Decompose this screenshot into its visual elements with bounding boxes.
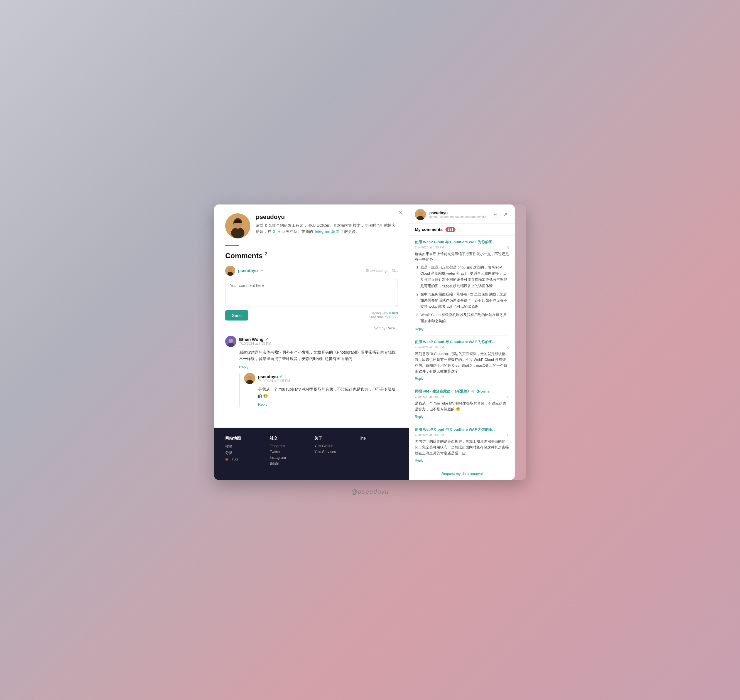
sort-bar: Sort by Rece... [225,326,398,330]
telegram-link[interactable]: Telegram 频道 [314,229,339,234]
close-button[interactable]: ✕ [397,209,404,217]
right-reply-btn-1[interactable]: Reply [415,377,423,381]
comments-count-badge: 281 [445,227,455,232]
profile-name: pseudoyu [256,213,398,221]
right-comment-title-1[interactable]: 使用 WebP Cloud 与 Cloudflare WAF 为你的图... [415,340,509,344]
comments-section: Comments 2 pseudoyu ↗ Show settings · Di… [214,251,409,428]
footer-col-about: 关于 Yu's GitHub Yu's Services [314,436,353,467]
comment-time: 7/10/2024 at 7:55 PM [239,342,398,346]
footer-extra-title: The [359,436,398,440]
footer-link-rss[interactable]: ▣ RSS [225,457,264,461]
profile-header: pseudoyu 后端 & 智能合约研发工程师，HKU ECICer。喜欢探索新… [214,204,409,245]
form-author-name: pseudoyu [238,268,258,273]
left-panel: pseudoyu 后端 & 智能合约研发工程师，HKU ECICer。喜欢探索新… [214,204,409,480]
footer-social-title: 社交 [270,436,309,441]
right-avatar [415,209,426,220]
avatar [225,213,250,238]
right-comment-time-3: 7/10/2024 at 8:56 PM 0 [415,433,509,437]
right-comment-title-3[interactable]: 使用 WebP Cloud 与 Cloudflare WAF 为你的图... [415,427,509,432]
reply-author-name: pseudoyu ✓ ↑ [258,374,398,379]
footer-col-title: 网站地图 [225,436,264,441]
svg-point-5 [228,268,232,272]
form-meta: Styling with Markd Subscribe by RSS · [369,311,398,319]
footer-col-social: 社交 Telegram Twitter Instagram BiliBili [270,436,309,467]
comment-item: Ethan Wong ✓ 7/10/2024 at 7:55 PM 感谢你赠送的… [225,336,398,407]
right-panel: pseudoyu github_1cb89d80a6a3c9ad0a8dd4c9… [409,204,515,480]
site-footer: 网站地图 标签 分类 ▣ RSS 社交 Telegram Twitter Ins… [214,428,409,480]
footer-link-bilibili[interactable]: BiliBili [270,461,309,465]
reply-button[interactable]: Reply [239,365,248,369]
right-arrow-indicator: ← [493,212,498,217]
right-username: pseudoyu [429,210,490,215]
comment-form-header: pseudoyu ↗ Show settings · Di... [225,266,398,276]
commenter-avatar [225,336,236,347]
reply-avatar [244,373,255,384]
svg-point-14 [418,212,423,216]
markd-link[interactable]: Markd [389,311,398,315]
reply-header: pseudoyu ✓ ↑ 7/10/2024 at 9:05 PM [244,373,398,384]
comment-author-row: pseudoyu ↗ [238,268,363,273]
right-comment-item-1: 使用 WebP Cloud 与 Cloudflare WAF 为你的图... 7… [415,335,509,385]
my-comments-header: My comments 281 [409,224,515,236]
show-settings-btn[interactable]: Show settings · Di... [366,269,398,273]
profile-divider [225,245,239,246]
comments-title: Comments 2 [225,251,398,260]
comment-body: 感谢你赠送的实体书📚~ 另外有个小发现，文章开头的《Photograph》跟平常… [239,349,398,363]
right-comment-body-1: 没刻意添加 Cloudflare 那边的页面规则，走的就是默认配置，应该也还是有… [415,351,509,374]
footer-about-title: 关于 [314,436,353,441]
profile-info: pseudoyu 后端 & 智能合约研发工程师，HKU ECICer。喜欢探索新… [256,213,398,235]
rss-icon: ▣ [225,457,228,461]
my-comments-title: My comments [415,227,443,232]
footer-col-sitemap: 网站地图 标签 分类 ▣ RSS [225,436,264,467]
list-item: 在中间服务层面压缩，能够在 R2 里面保留原图，之后如果需要的话就作为原图备份了… [420,291,509,310]
reply-verified-icon: ✓ [280,374,283,379]
data-removal-button[interactable]: Request my data removal [441,472,482,476]
footer-link-twitter[interactable]: Twitter [270,450,309,454]
right-comment-title-0[interactable]: 使用 WebP Cloud 与 Cloudflare WAF 为你的图... [415,240,509,244]
right-user-info: pseudoyu github_1cb89d80a6a3c9ad0a8dd4c9… [429,210,490,218]
right-comment-body-3: 国内访问的话走的是美西机房，再加上图片体积等做的优化，完全是可用状态（当然比起国… [415,439,509,456]
right-comment-item-3: 使用 WebP Cloud 与 Cloudflare WAF 为你的图... 7… [415,423,509,467]
send-button[interactable]: Send [225,310,248,321]
comment-header: Ethan Wong ✓ 7/10/2024 at 7:55 PM [225,336,398,347]
right-reply-btn-2[interactable]: Reply [415,415,423,419]
footer-link-categories[interactable]: 分类 [225,450,264,456]
right-header: pseudoyu github_1cb89d80a6a3c9ad0a8dd4c9… [409,204,515,224]
form-user-avatar [225,266,235,276]
footer-grid: 网站地图 标签 分类 ▣ RSS 社交 Telegram Twitter Ins… [225,436,398,467]
svg-point-8 [228,338,233,343]
svg-point-11 [248,376,252,380]
profile-bio: 后端 & 智能合约研发工程师，HKU ECICer。喜欢探索新技术，空闲时也折腾… [256,222,398,235]
comment-form-footer: Send Styling with Markd Subscribe by RSS… [225,310,398,321]
footer-link-services[interactable]: Yu's Services [314,450,353,454]
footer-link-telegram[interactable]: Telegram [270,444,309,448]
right-comment-time-2: 7/10/2024 at 9:05 PM 0 [415,395,509,399]
right-footer: Request my data removal [409,467,515,480]
right-comment-time-0: 7/14/2024 at 8:38 PM 0 [415,246,509,250]
comment-textarea[interactable] [225,279,398,307]
watermark: @pseudoyu [351,488,389,496]
right-comment-item: 使用 WebP Cloud 与 Cloudflare WAF 为你的图... 7… [415,236,509,335]
right-comment-time-1: 7/14/2024 at 8:34 PM 0 [415,346,509,350]
commenter-info: Ethan Wong ✓ 7/10/2024 at 7:55 PM [239,337,398,346]
right-comment-body-intro-0: 确实如果自己上传前充分压缩了必要性就小一点，不过还是有一些优势 [415,251,509,263]
export-button[interactable]: ↗ [501,210,509,218]
reply-indent: pseudoyu ✓ ↑ 7/10/2024 at 9:05 PM 是我从一个 … [239,373,398,407]
github-link[interactable]: GitHub [273,229,285,234]
verified-icon: ✓ [265,337,268,342]
reply-body: 是我从一个 YouTube MV 视频里提取的音频，不过应该也是官方，但不是专辑… [258,386,398,400]
right-reply-btn-3[interactable]: Reply [415,459,423,462]
right-scroll[interactable]: 使用 WebP Cloud 与 Cloudflare WAF 为你的图... 7… [409,236,515,467]
list-item: 就是一般我们压缩都是 png、jpg 这些的，而 WebP Cloud 是压缩成… [420,264,509,289]
reply-info: pseudoyu ✓ ↑ 7/10/2024 at 9:05 PM [258,374,398,383]
footer-col-extra: The [359,436,398,467]
right-comment-title-2[interactable]: 周报 #64 - 生活在此处 (《斯通纳》与《Normal ... [415,389,509,394]
right-reply-btn-0[interactable]: Reply [415,327,423,331]
nested-reply-button[interactable]: Reply [258,402,267,406]
footer-link-instagram[interactable]: Instagram [270,456,309,460]
right-comment-list-0: 就是一般我们压缩都是 png、jpg 这些的，而 WebP Cloud 是压缩成… [415,264,509,324]
right-comment-item-2: 周报 #64 - 生活在此处 (《斯通纳》与《Normal ... 7/10/2… [415,385,509,423]
footer-link-github[interactable]: Yu's GitHub [314,444,353,448]
footer-link-tags[interactable]: 标签 [225,444,264,449]
reply-time: 7/10/2024 at 9:05 PM [258,379,398,383]
